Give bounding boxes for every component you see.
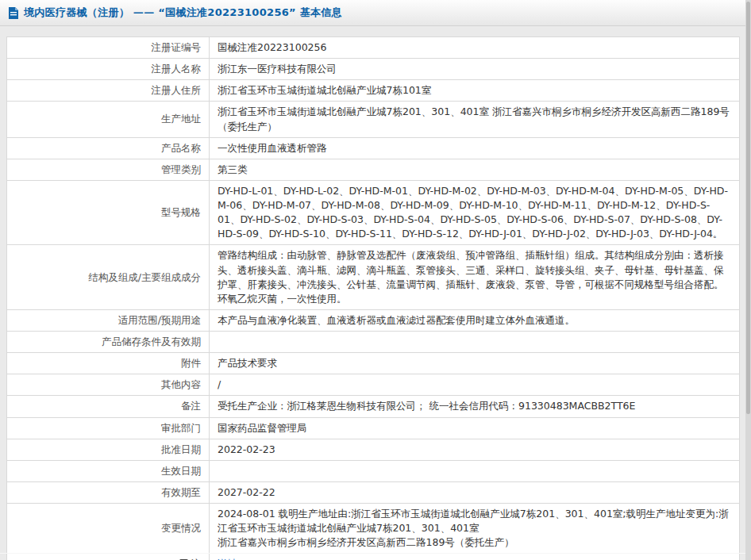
row-value: 国家药品监督管理局 (210, 417, 740, 439)
table-row: 注册人名称浙江东一医疗科技有限公司 (7, 59, 740, 80)
row-label: 型号规格 (7, 180, 210, 245)
page-title: 境内医疗器械（注册） —— “国械注准20223100256” 基本信息 (24, 6, 342, 20)
table-row: 其他内容/ (7, 374, 740, 396)
page: 境内医疗器械（注册） —— “国械注准20223100256” 基本信息 注册证… (0, 0, 751, 560)
row-value: 产品技术要求 (210, 353, 740, 374)
table-row: 生产地址浙江省玉环市玉城街道城北创融产业城7栋201、301、401室 浙江省嘉… (7, 102, 740, 137)
row-label: 结构及组成/主要组成成分 (7, 245, 210, 310)
row-value: 2022-02-23 (210, 439, 740, 460)
row-value: 2024-08-01 载明生产地址由:浙江省玉环市玉城街道城北创融产业城7栋20… (210, 504, 740, 554)
row-value (210, 460, 740, 481)
table-row: 注册人住所浙江省玉环市玉城街道城北创融产业城7栋101室 (7, 80, 740, 102)
row-value (210, 332, 740, 353)
row-label: 注册人住所 (7, 80, 210, 102)
scrollbar[interactable] (745, 0, 751, 560)
row-value: 2027-02-22 (210, 481, 740, 503)
info-table-body: 注册证编号国械注准20223100256注册人名称浙江东一医疗科技有限公司注册人… (7, 37, 740, 560)
row-label: 有效期至 (7, 481, 210, 503)
row-label: 生产地址 (7, 102, 210, 137)
row-label: 注册人名称 (7, 59, 210, 80)
info-table: 注册证编号国械注准20223100256注册人名称浙江东一医疗科技有限公司注册人… (6, 36, 740, 560)
row-value: 受托生产企业：浙江格莱恩生物科技有限公司； 统一社会信用代码：91330483M… (210, 396, 740, 417)
row-value: 国械注准20223100256 (210, 37, 740, 59)
row-value: DY-HD-L-01、DY-HD-L-02、DY-HD-M-01、DY-HD-M… (210, 180, 740, 245)
row-label: 注 (7, 554, 210, 560)
row-label: 审批部门 (7, 417, 210, 439)
row-label: 管理类别 (7, 159, 210, 180)
info-table-wrap: 注册证编号国械注准20223100256注册人名称浙江东一医疗科技有限公司注册人… (6, 36, 740, 560)
row-value: 一次性使用血液透析管路 (210, 137, 740, 159)
table-row: 产品储存条件及有效期 (7, 332, 740, 353)
row-label: 生效日期 (7, 460, 210, 481)
table-row: 变更情况2024-08-01 载明生产地址由:浙江省玉环市玉城街道城北创融产业城… (7, 504, 740, 554)
document-icon (8, 7, 19, 19)
row-value: 浙江省玉环市玉城街道城北创融产业城7栋201、301、401室 浙江省嘉兴市桐乡… (210, 102, 740, 137)
row-label: 变更情况 (7, 504, 210, 554)
table-row: 注详情 (7, 554, 740, 560)
row-value: 本产品与血液净化装置、血液透析器或血液滤过器配套使用时建立体外血液通道。 (210, 309, 740, 331)
row-label: 产品名称 (7, 137, 210, 159)
row-label: 产品储存条件及有效期 (7, 332, 210, 353)
row-value: 浙江东一医疗科技有限公司 (210, 59, 740, 80)
footer-divider (0, 553, 745, 554)
table-row: 生效日期 (7, 460, 740, 481)
table-row: 适用范围/预期用途本产品与血液净化装置、血液透析器或血液滤过器配套使用时建立体外… (7, 309, 740, 331)
row-value: 第三类 (210, 159, 740, 180)
row-label: 批准日期 (7, 439, 210, 460)
table-row: 型号规格DY-HD-L-01、DY-HD-L-02、DY-HD-M-01、DY-… (7, 180, 740, 245)
table-row: 审批部门国家药品监督管理局 (7, 417, 740, 439)
table-row: 备注受托生产企业：浙江格莱恩生物科技有限公司； 统一社会信用代码：9133048… (7, 396, 740, 417)
table-row: 产品名称一次性使用血液透析管路 (7, 137, 740, 159)
table-row: 结构及组成/主要组成成分管路结构组成：由动脉管、静脉管及选配件（废液袋组、预冲管… (7, 245, 740, 310)
table-row: 附件产品技术要求 (7, 353, 740, 374)
row-value: 管路结构组成：由动脉管、静脉管及选配件（废液袋组、预冲管路组、插瓶针组）组成。其… (210, 245, 740, 310)
table-row: 管理类别第三类 (7, 159, 740, 180)
row-value: 详情 (210, 554, 740, 560)
row-label: 适用范围/预期用途 (7, 309, 210, 331)
row-label: 注册证编号 (7, 37, 210, 59)
page-header: 境内医疗器械（注册） —— “国械注准20223100256” 基本信息 (0, 0, 751, 26)
row-label: 备注 (7, 396, 210, 417)
scrollbar-thumb[interactable] (746, 2, 750, 414)
row-label: 其他内容 (7, 374, 210, 396)
table-row: 批准日期2022-02-23 (7, 439, 740, 460)
table-row: 有效期至2027-02-22 (7, 481, 740, 503)
row-value: / (210, 374, 740, 396)
row-value: 浙江省玉环市玉城街道城北创融产业城7栋101室 (210, 80, 740, 102)
table-row: 注册证编号国械注准20223100256 (7, 37, 740, 59)
row-label: 附件 (7, 353, 210, 374)
